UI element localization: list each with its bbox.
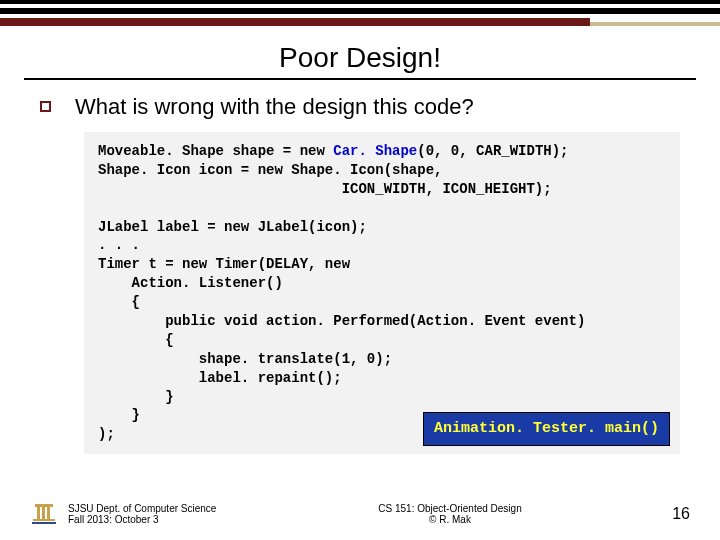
svg-rect-5 xyxy=(32,522,56,524)
code-line: } xyxy=(98,407,140,423)
slide-title: Poor Design! xyxy=(0,42,720,74)
code-line: JLabel label = new JLabel(icon); xyxy=(98,219,367,235)
bullet-item: What is wrong with the design this code? xyxy=(40,94,680,120)
top-decorative-bars xyxy=(0,0,720,30)
svg-rect-2 xyxy=(42,507,45,519)
footer-left: SJSU Dept. of Computer Science Fall 2013… xyxy=(0,500,260,528)
footer-left-text: SJSU Dept. of Computer Science Fall 2013… xyxy=(68,503,216,525)
content-area: What is wrong with the design this code?… xyxy=(0,94,720,454)
author-line: © R. Mak xyxy=(260,514,640,525)
badge-label: Animation. Tester. main() xyxy=(423,412,670,446)
code-highlight: Car. Shape xyxy=(333,143,417,159)
svg-rect-1 xyxy=(37,507,40,519)
code-line: shape. translate(1, 0); xyxy=(98,351,392,367)
title-underline xyxy=(24,78,696,80)
footer: SJSU Dept. of Computer Science Fall 2013… xyxy=(0,500,720,528)
svg-rect-3 xyxy=(47,507,50,519)
code-line: Shape. Icon icon = new Shape. Icon(shape… xyxy=(98,162,442,178)
code-line: label. repaint(); xyxy=(98,370,342,386)
code-line: Action. Listener() xyxy=(98,275,283,291)
code-line: (0, 0, CAR_WIDTH); xyxy=(417,143,568,159)
svg-rect-0 xyxy=(35,504,53,507)
footer-center: CS 151: Object-Oriented Design © R. Mak xyxy=(260,503,640,525)
code-block: Moveable. Shape shape = new Car. Shape(0… xyxy=(84,132,680,454)
code-line: . . . xyxy=(98,237,140,253)
code-line: ); xyxy=(98,426,115,442)
svg-rect-4 xyxy=(33,519,55,521)
code-line: } xyxy=(98,389,174,405)
course-line: CS 151: Object-Oriented Design xyxy=(260,503,640,514)
code-line: Moveable. Shape shape = new xyxy=(98,143,333,159)
code-line: { xyxy=(98,332,174,348)
dept-line: SJSU Dept. of Computer Science xyxy=(68,503,216,514)
code-line: { xyxy=(98,294,140,310)
university-logo-icon xyxy=(30,500,58,528)
square-bullet-icon xyxy=(40,101,51,112)
date-line: Fall 2013: October 3 xyxy=(68,514,216,525)
page-number: 16 xyxy=(640,505,720,523)
code-line: public void action. Performed(Action. Ev… xyxy=(98,313,585,329)
bullet-text: What is wrong with the design this code? xyxy=(75,94,474,120)
code-line: Timer t = new Timer(DELAY, new xyxy=(98,256,350,272)
code-line: ICON_WIDTH, ICON_HEIGHT); xyxy=(98,181,552,197)
